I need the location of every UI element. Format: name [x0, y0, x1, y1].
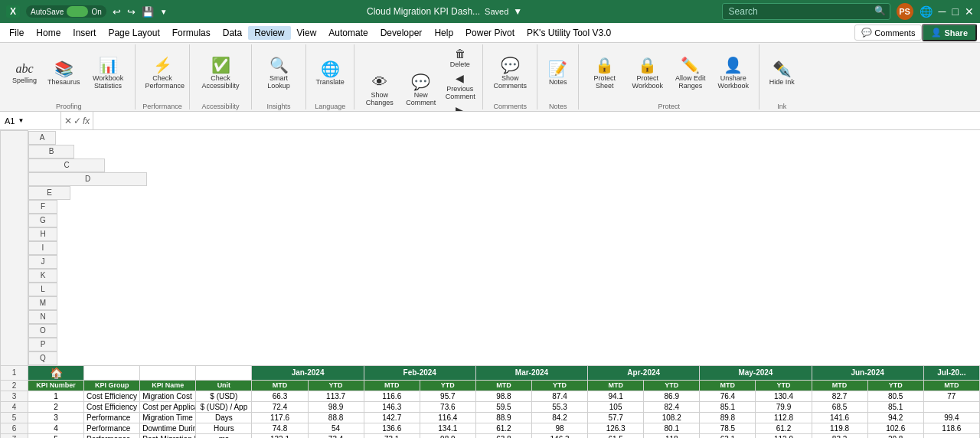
menu-view[interactable]: View — [291, 26, 323, 40]
share-button[interactable]: 👤 Share — [922, 24, 977, 41]
translate-icon: 🌐 — [321, 61, 340, 77]
spreadsheet: A B C D E F G H I J K L M N O P Q 1 🏠 — [0, 130, 980, 438]
protect-sheet-button[interactable]: 🔒 Protect Sheet — [584, 46, 626, 101]
col-header-g[interactable]: G — [28, 214, 57, 227]
col-header-c[interactable]: C — [28, 159, 105, 172]
comments-icon: 💬 — [861, 28, 872, 38]
allow-edit-icon: ✏️ — [681, 57, 700, 73]
col-header-o[interactable]: O — [28, 324, 57, 338]
protect-workbook-button[interactable]: 🔒 Protect Workbook — [627, 46, 668, 101]
menu-developer[interactable]: Developer — [374, 26, 429, 40]
jul-2024-header: Jul-20... — [923, 365, 979, 380]
menu-automate[interactable]: Automate — [322, 26, 374, 40]
col-header-n[interactable]: N — [28, 310, 57, 324]
maximize-icon[interactable]: □ — [952, 5, 959, 18]
sheet-row-1: 1 🏠 Jan-2024 Feb-2024 Mar-2024 Apr-2024 … — [1, 365, 980, 380]
translate-button[interactable]: 🌐 Translate — [312, 46, 349, 101]
allow-edit-ranges-button[interactable]: ✏️ Allow Edit Ranges — [670, 46, 711, 101]
ribbon-group-accessibility: ✅ Check Accessibility Accessibility — [191, 44, 252, 110]
formula-controls: ✕ ✓ fx — [61, 112, 93, 129]
next-comment-button[interactable]: ▶ Next Comment — [443, 103, 478, 112]
search-icon: 🔍 — [874, 5, 886, 16]
col-header-k[interactable]: K — [28, 269, 57, 283]
cancel-formula-icon[interactable]: ✕ — [64, 116, 72, 126]
col-header-e[interactable]: E — [28, 186, 70, 200]
autosave-badge: AutoSave On — [26, 5, 106, 18]
undo-icon[interactable]: ↩ — [113, 6, 121, 18]
col-header-q[interactable]: Q — [28, 351, 57, 365]
col-header-f[interactable]: F — [28, 200, 57, 214]
table-row[interactable]: 6 4 Performance Downtime During Migratio… — [1, 423, 980, 433]
home-cell[interactable]: 🏠 — [28, 365, 84, 380]
table-row[interactable]: 4 2 Cost Efficiency Cost per Application… — [1, 401, 980, 412]
workbook-statistics-button[interactable]: 📊 Workbook Statistics — [87, 46, 130, 101]
name-box-dropdown-icon[interactable]: ▼ — [18, 117, 24, 124]
saved-chevron-icon: ▼ — [513, 6, 522, 17]
col-header-d[interactable]: D — [28, 172, 147, 186]
col-header-l[interactable]: L — [28, 283, 57, 296]
menu-pk-utility[interactable]: PK's Utility Tool V3.0 — [521, 26, 617, 40]
row-num-1: 1 — [1, 365, 28, 380]
title-bar-center: Cloud Migration KPI Dash... Saved ▼ — [367, 6, 522, 17]
confirm-formula-icon[interactable]: ✓ — [74, 116, 81, 126]
show-changes-icon: 👁 — [372, 74, 387, 90]
workbook-stats-icon: 📊 — [99, 57, 118, 73]
spelling-button[interactable]: abc Spelling — [8, 46, 41, 101]
notes-button[interactable]: 📝 Notes — [543, 46, 573, 101]
search-input[interactable] — [722, 3, 890, 20]
menu-insert[interactable]: Insert — [67, 26, 102, 40]
table-row[interactable]: 5 3 Performance Migration Time Days 117.… — [1, 412, 980, 423]
menu-power-pivot[interactable]: Power Pivot — [459, 26, 521, 40]
user-avatar[interactable]: PS — [897, 3, 913, 20]
unshare-workbook-button[interactable]: 👤 Unshare Workbook — [713, 46, 754, 101]
menu-page-layout[interactable]: Page Layout — [102, 26, 165, 40]
save-icon[interactable]: 💾 — [142, 6, 154, 18]
col-header-m[interactable]: M — [28, 296, 57, 310]
menu-file[interactable]: File — [3, 26, 30, 40]
col-header-b[interactable]: B — [28, 145, 74, 159]
menu-home[interactable]: Home — [30, 26, 67, 40]
previous-comment-button[interactable]: ◀ Previous Comment — [443, 70, 478, 102]
menu-data[interactable]: Data — [217, 26, 248, 40]
table-row[interactable]: 7 5 Performance Post-Migration Latency m… — [1, 433, 980, 438]
show-comments-button[interactable]: 💬 Show Comments — [488, 46, 532, 101]
apr-2024-header: Apr-2024 — [588, 365, 700, 380]
mtd-jul-header: MTD — [923, 380, 979, 391]
cell-reference: A1 — [5, 116, 15, 126]
col-header-h[interactable]: H — [28, 227, 57, 241]
row-num-2: 2 — [1, 380, 28, 391]
delete-comment-button[interactable]: 🗑 Delete — [443, 46, 478, 70]
smart-lookup-button[interactable]: 🔍 Smart Lookup — [257, 46, 301, 101]
insert-function-icon[interactable]: fx — [83, 116, 90, 126]
minimize-icon[interactable]: ─ — [939, 5, 946, 18]
ribbon-display-icon[interactable]: 🌐 — [920, 5, 933, 18]
quick-access-more-icon[interactable]: ▼ — [160, 8, 168, 16]
menu-help[interactable]: Help — [428, 26, 459, 40]
redo-icon[interactable]: ↪ — [127, 6, 136, 18]
close-icon[interactable]: ✕ — [965, 5, 974, 18]
ribbon-group-protect: 🔒 Protect Sheet 🔒 Protect Workbook ✏️ Al… — [580, 44, 760, 110]
col-header-p[interactable]: P — [28, 338, 57, 351]
col-header-a[interactable]: A — [28, 131, 56, 145]
col-header-i[interactable]: I — [28, 241, 57, 255]
autosave-toggle[interactable] — [67, 6, 88, 17]
protect-workbook-icon: 🔒 — [638, 57, 657, 73]
menu-review[interactable]: Review — [248, 26, 290, 40]
new-comment-button[interactable]: 💬 New Comment — [401, 63, 441, 113]
check-accessibility-button[interactable]: ✅ Check Accessibility — [195, 46, 247, 101]
show-changes-button[interactable]: 👁 Show Changes — [360, 63, 400, 113]
menu-formulas[interactable]: Formulas — [166, 26, 217, 40]
formula-bar: A1 ▼ ✕ ✓ fx — [0, 112, 980, 130]
col-header-j[interactable]: J — [28, 255, 57, 269]
thesaurus-button[interactable]: 📚 Thesaurus — [43, 46, 85, 101]
new-comment-icon: 💬 — [411, 74, 430, 90]
ytd-may-header: YTD — [756, 380, 812, 391]
check-performance-icon: ⚡ — [153, 57, 172, 73]
comments-button[interactable]: 💬 Comments — [854, 25, 922, 41]
name-box[interactable]: A1 ▼ — [0, 112, 61, 129]
check-performance-button[interactable]: ⚡ Check Performance — [141, 46, 185, 101]
hide-ink-button[interactable]: ✒️ Hide Ink — [765, 46, 799, 101]
thesaurus-icon: 📚 — [54, 61, 74, 77]
formula-input[interactable] — [93, 112, 980, 129]
table-row[interactable]: 3 1 Cost Efficiency Migration Cost $ (US… — [1, 391, 980, 401]
